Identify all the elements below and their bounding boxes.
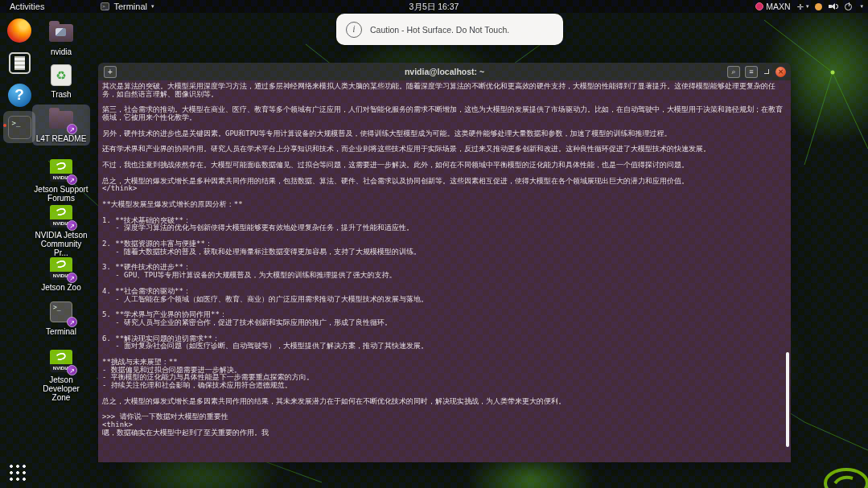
shortcut-arrow-icon: ↗: [67, 317, 77, 327]
desktop-icon-label: Trash: [51, 90, 71, 99]
input-method-icon: ✛: [797, 2, 804, 11]
scrollbar-thumb[interactable]: [786, 352, 789, 447]
desktop-icon-jetson-developer-zone[interactable]: NVIDIA ↗ Jetson Developer Zone: [32, 346, 90, 404]
running-indicator: [3, 124, 6, 127]
clock[interactable]: 3月5日 16:37: [409, 0, 459, 13]
volume-icon[interactable]: [829, 2, 838, 10]
desktop: Activities >_ Terminal ▾ 3月5日 16:37 MAXN…: [0, 0, 868, 488]
desktop-icon-jetson-support-forums[interactable]: NVIDIA ↗ Jetson Support Forums: [32, 155, 90, 205]
desktop-icon-label: L4T README: [36, 134, 87, 143]
app-menu[interactable]: >_ Terminal ▾: [101, 0, 154, 13]
power-mode-indicator[interactable]: MAXN: [755, 2, 790, 11]
desktop-icon-l4t-readme[interactable]: ↗ L4T README: [32, 105, 90, 146]
dock-item-document-viewer[interactable]: [3, 47, 35, 79]
close-button[interactable]: ✕: [775, 67, 786, 77]
search-button[interactable]: ⌕: [727, 66, 740, 78]
app-grid-button[interactable]: [7, 462, 27, 482]
terminal-window: + nvidia@localhost: ~ ⌕ ≡ ✕ 其次是算法的突破。大模型…: [98, 63, 791, 462]
desktop-icon-label: Jetson Developer Zone: [33, 375, 89, 402]
desktop-icon-trash[interactable]: ♻ Trash: [32, 60, 90, 101]
dock: ? >_: [3, 14, 35, 143]
desktop-icon-nvidia[interactable]: nvidia: [32, 18, 90, 59]
dock-item-terminal[interactable]: >_: [3, 111, 35, 143]
menu-button[interactable]: ≡: [745, 66, 758, 78]
terminal-app-icon: >_: [101, 2, 109, 10]
shortcut-arrow-icon: ↗: [67, 124, 77, 134]
top-bar: Activities >_ Terminal ▾ 3月5日 16:37 MAXN…: [0, 0, 868, 13]
terminal-title: nvidia@localhost: ~: [405, 67, 484, 76]
activities-button[interactable]: Activities: [0, 0, 54, 13]
desktop-icon-label: Terminal: [46, 327, 76, 336]
shortcut-arrow-icon: ↗: [67, 220, 77, 231]
help-icon: ?: [8, 84, 31, 107]
info-icon: i: [346, 22, 362, 38]
restore-icon[interactable]: [764, 69, 769, 74]
notification-toast[interactable]: i Caution - Hot Surface. Do Not Touch.: [336, 14, 563, 45]
document-viewer-icon: [9, 52, 31, 74]
desktop-icon-jetson-zoo[interactable]: NVIDIA ↗ Jetson Zoo: [32, 253, 90, 294]
desktop-icon-label: Jetson Support Forums: [33, 185, 89, 203]
dock-item-firefox[interactable]: [3, 14, 35, 47]
terminal-titlebar[interactable]: + nvidia@localhost: ~ ⌕ ≡ ✕: [98, 63, 791, 80]
system-menu-chevron-icon[interactable]: ▾: [860, 3, 863, 10]
shortcut-arrow-icon: ↗: [67, 273, 77, 283]
chevron-down-icon: ▾: [151, 3, 154, 10]
new-tab-button[interactable]: +: [104, 66, 117, 78]
status-dot-icon: [815, 3, 822, 10]
shortcut-arrow-icon: ↗: [67, 174, 77, 185]
power-mode-label: MAXN: [766, 2, 790, 11]
chevron-down-icon: ▾: [806, 3, 809, 10]
app-menu-label: Terminal: [113, 2, 147, 11]
shortcut-arrow-icon: ↗: [67, 365, 77, 375]
desktop-icon-nvidia-jetson-community[interactable]: NVIDIA ↗ NVIDIA Jetson Community Pr...: [32, 201, 90, 260]
dock-item-help[interactable]: ?: [3, 79, 35, 111]
power-icon[interactable]: [845, 2, 854, 11]
firefox-icon: [7, 18, 31, 43]
power-mode-icon: [755, 2, 763, 10]
terminal-output[interactable]: 其次是算法的突破。大模型采用深度学习方法，通过多层神经网络来模拟人类大脑的某些功…: [98, 80, 791, 462]
system-tray: MAXN ✛ ▾ ▾: [755, 0, 863, 13]
trash-icon: ♻: [51, 64, 72, 86]
desktop-icon-label: nvidia: [51, 47, 72, 56]
desktop-icon-label: Jetson Zoo: [41, 283, 80, 292]
input-method-indicator[interactable]: ✛ ▾: [797, 2, 809, 11]
desktop-icon-terminal[interactable]: >_ ↗ Terminal: [32, 297, 90, 338]
terminal-icon: >_: [8, 116, 31, 139]
notification-text: Caution - Hot Surface. Do Not Touch.: [370, 25, 509, 35]
